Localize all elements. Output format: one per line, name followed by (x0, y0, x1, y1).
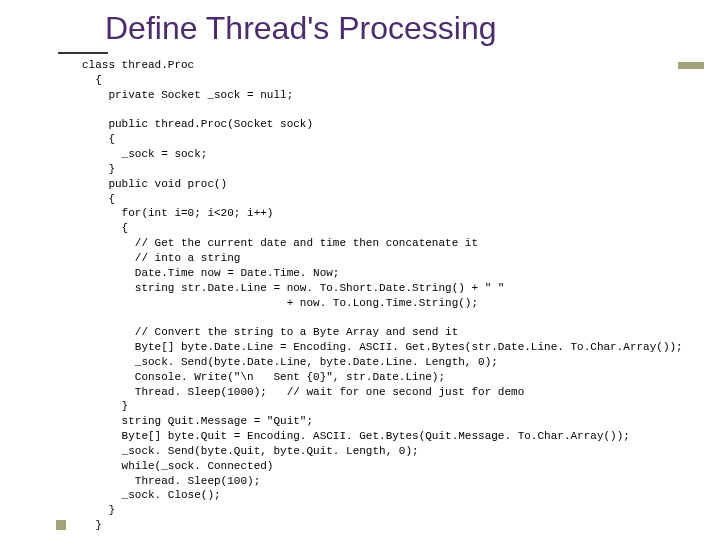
code-line: Byte[] byte.Quit = Encoding. ASCII. Get.… (82, 430, 630, 442)
code-line: { (82, 193, 115, 205)
code-line: } (82, 504, 115, 516)
code-line: Thread. Sleep(1000); // wait for one sec… (82, 386, 524, 398)
code-line: _sock. Close(); (82, 489, 221, 501)
code-line: string str.Date.Line = now. To.Short.Dat… (82, 282, 504, 294)
code-line: { (82, 133, 115, 145)
code-line: Thread. Sleep(100); (82, 475, 260, 487)
code-line: _sock. Send(byte.Quit, byte.Quit. Length… (82, 445, 419, 457)
code-line: _sock = sock; (82, 148, 207, 160)
code-line: // Get the current date and time then co… (82, 237, 478, 249)
code-line: string Quit.Message = "Quit"; (82, 415, 313, 427)
code-line: public thread.Proc(Socket sock) (82, 118, 313, 130)
code-line: Date.Time now = Date.Time. Now; (82, 267, 339, 279)
code-line: for(int i=0; i<20; i++) (82, 207, 273, 219)
code-line: // Convert the string to a Byte Array an… (82, 326, 458, 338)
corner-square-icon (56, 520, 66, 530)
code-line: } (82, 163, 115, 175)
code-line: public void proc() (82, 178, 227, 190)
code-line: class thread.Proc (82, 59, 194, 71)
code-line: } (82, 400, 128, 412)
code-line: // into a string (82, 252, 240, 264)
code-line: } (82, 519, 102, 531)
code-line: + now. To.Long.Time.String(); (82, 297, 478, 309)
code-block: class thread.Proc { private Socket _sock… (82, 58, 702, 533)
code-line: { (82, 222, 128, 234)
code-line: Console. Write("\n Sent {0}", str.Date.L… (82, 371, 445, 383)
slide-title: Define Thread's Processing (105, 10, 497, 47)
code-line: { (82, 74, 102, 86)
code-line: private Socket _sock = null; (82, 89, 293, 101)
code-line: _sock. Send(byte.Date.Line, byte.Date.Li… (82, 356, 498, 368)
code-line: while(_sock. Connected) (82, 460, 273, 472)
code-line: Byte[] byte.Date.Line = Encoding. ASCII.… (82, 341, 683, 353)
title-underline (58, 52, 108, 54)
